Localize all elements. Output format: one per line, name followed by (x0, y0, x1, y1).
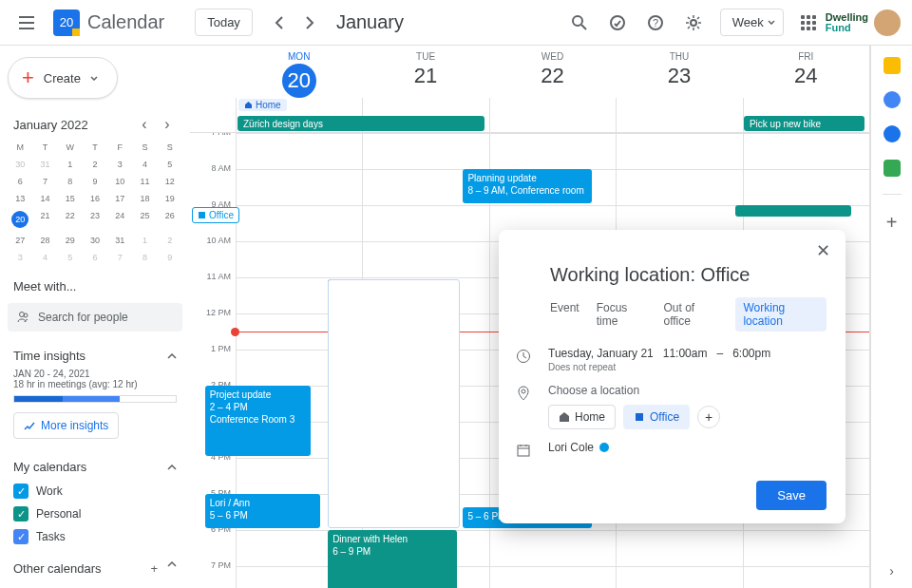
calendar-owner[interactable]: Lori Cole (548, 441, 594, 454)
help-icon[interactable]: ? (638, 6, 673, 40)
mini-day[interactable]: 3 (107, 156, 132, 173)
mini-day[interactable]: 9 (158, 249, 182, 266)
tasks-icon[interactable] (884, 91, 901, 108)
popup-date[interactable]: Tuesday, January 21 (548, 347, 654, 360)
keep-icon[interactable] (884, 57, 901, 74)
popup-tab[interactable]: Focus time (597, 297, 647, 332)
other-calendars-section[interactable]: Other calendars + (8, 548, 182, 581)
mini-day[interactable]: 31 (32, 156, 57, 173)
support-icon[interactable] (600, 6, 635, 40)
mini-day[interactable]: 6 (83, 249, 107, 266)
add-calendar-button[interactable]: + (150, 561, 158, 576)
mini-day[interactable]: 28 (32, 232, 57, 249)
mini-day[interactable]: 14 (32, 190, 57, 207)
mini-day[interactable]: 17 (107, 190, 132, 207)
mini-day[interactable]: 19 (158, 190, 182, 207)
mini-day[interactable]: 31 (107, 232, 132, 249)
mini-day[interactable]: 1 (58, 156, 83, 173)
prev-week-button[interactable] (264, 8, 294, 38)
mini-day[interactable]: 16 (83, 190, 107, 207)
my-calendars-section[interactable]: My calendars (8, 446, 182, 480)
mini-day[interactable]: 24 (107, 207, 132, 232)
day-header[interactable]: FRI24 (743, 46, 869, 98)
mini-day[interactable]: 8 (58, 173, 83, 190)
popup-start-time[interactable]: 11:00am (663, 347, 708, 360)
checkbox-icon[interactable]: ✓ (13, 529, 28, 544)
location-chip-home[interactable]: Home (548, 405, 616, 429)
collapse-rail-button[interactable]: › (889, 563, 894, 579)
main-menu-button[interactable] (8, 4, 46, 42)
calendar-item[interactable]: ✓Tasks (8, 525, 182, 548)
mini-day[interactable]: 10 (107, 173, 132, 190)
location-chip-office[interactable]: Office (623, 405, 690, 429)
mini-day[interactable]: 6 (8, 173, 32, 190)
mini-next-button[interactable]: › (158, 116, 177, 133)
mini-day[interactable]: 7 (107, 249, 132, 266)
mini-day[interactable]: 2 (83, 156, 107, 173)
mini-day[interactable]: 22 (58, 207, 83, 232)
contacts-icon[interactable] (884, 125, 901, 142)
mini-day[interactable]: 27 (8, 232, 32, 249)
mini-prev-button[interactable]: ‹ (135, 116, 154, 133)
mini-day[interactable]: 20 (8, 207, 32, 232)
search-icon[interactable] (562, 6, 597, 40)
checkbox-icon[interactable]: ✓ (13, 506, 28, 522)
mini-day[interactable]: 26 (158, 207, 182, 232)
mini-day[interactable]: 2 (158, 232, 182, 249)
event-planning-update[interactable]: Planning update 8 – 9 AM, Conference roo… (463, 169, 592, 203)
working-location-ghost[interactable] (328, 279, 460, 528)
mini-day[interactable]: 5 (58, 249, 83, 266)
mini-day[interactable]: 29 (58, 232, 83, 249)
today-button[interactable]: Today (195, 9, 253, 36)
time-insights-section[interactable]: Time insights (8, 335, 182, 369)
mini-day[interactable]: 1 (132, 232, 157, 249)
mini-day[interactable]: 25 (132, 207, 157, 232)
home-chip[interactable]: Home (238, 99, 287, 111)
event-dinner[interactable]: Dinner with Helen 6 – 9 PM (328, 530, 457, 588)
next-week-button[interactable] (294, 8, 325, 38)
mini-day[interactable]: 18 (132, 190, 157, 207)
event-project-update[interactable]: Project update 2 – 4 PM Conference Room … (205, 386, 311, 456)
calendar-item[interactable]: ✓Work (8, 480, 182, 503)
popup-end-time[interactable]: 6:00pm (732, 347, 770, 360)
popup-tab[interactable]: Working location (735, 297, 826, 332)
mini-day[interactable]: 12 (158, 173, 182, 190)
repeat-label[interactable]: Does not repeat (548, 362, 826, 372)
allday-event[interactable]: Pick up new bike (744, 116, 864, 131)
day-header[interactable]: THU23 (616, 46, 742, 98)
add-location-button[interactable]: + (697, 406, 720, 428)
hour-row[interactable]: 7 AM (236, 133, 869, 169)
mini-day[interactable]: 30 (83, 232, 107, 249)
mini-day[interactable]: 7 (32, 173, 57, 190)
mini-day[interactable]: 5 (158, 156, 182, 173)
allday-event[interactable]: Zürich design days (238, 116, 484, 131)
calendar-item[interactable]: ✓Personal (8, 503, 182, 525)
event-fri-morning[interactable] (735, 205, 851, 217)
popup-tab[interactable]: Out of office (663, 297, 718, 332)
mini-day[interactable]: 21 (32, 207, 57, 232)
close-button[interactable]: ✕ (809, 237, 836, 264)
mini-day[interactable]: 23 (83, 207, 107, 232)
mini-day[interactable]: 13 (8, 190, 32, 207)
mini-day[interactable]: 8 (132, 249, 157, 266)
popup-tab[interactable]: Event (550, 297, 580, 332)
mini-day[interactable]: 30 (8, 156, 32, 173)
mini-day[interactable]: 15 (58, 190, 83, 207)
mini-calendar[interactable]: MTWTFSS303112345678910111213141516171819… (8, 139, 182, 266)
settings-icon[interactable] (676, 6, 711, 40)
checkbox-icon[interactable]: ✓ (13, 484, 28, 499)
event-lori-ann[interactable]: Lori / Ann 5 – 6 PM (205, 494, 321, 528)
mini-day[interactable]: 4 (132, 156, 157, 173)
mini-day[interactable]: 4 (32, 249, 57, 266)
mini-day[interactable]: 3 (8, 249, 32, 266)
mini-day[interactable]: 11 (132, 173, 157, 190)
search-people-input[interactable]: Search for people (8, 303, 182, 332)
create-button[interactable]: + Create (8, 57, 118, 99)
day-header[interactable]: MON20 (236, 46, 362, 98)
view-selector[interactable]: Week (720, 9, 784, 36)
day-header[interactable]: WED22 (489, 46, 616, 98)
more-insights-button[interactable]: More insights (13, 412, 119, 439)
account-avatar[interactable] (874, 9, 901, 36)
day-header[interactable]: TUE21 (362, 46, 488, 98)
google-apps-button[interactable] (801, 15, 816, 30)
